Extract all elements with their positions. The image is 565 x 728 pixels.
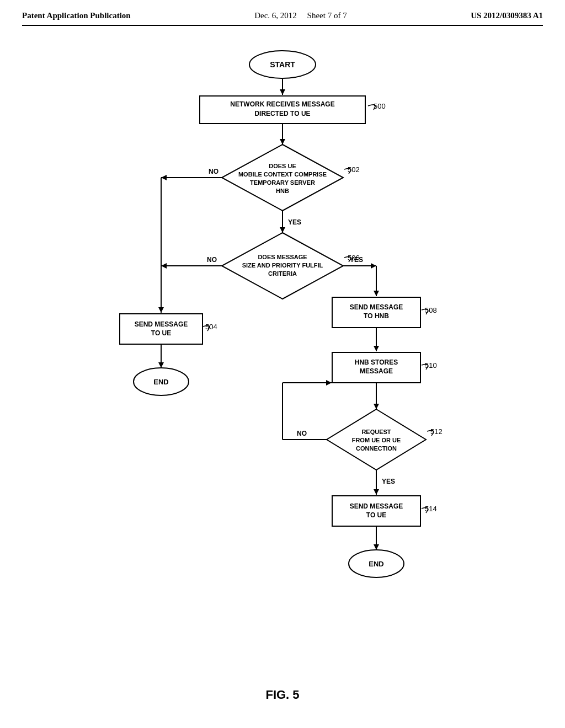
end2-label: END <box>369 560 383 568</box>
n506-line1: DOES MESSAGE <box>258 254 307 260</box>
n506-line2: SIZE AND PRIORITY FULFIL <box>242 262 323 269</box>
n506-line3: CRITERIA <box>268 270 297 277</box>
page: Patent Application Publication Dec. 6, 2… <box>0 0 565 728</box>
svg-marker-37 <box>374 489 379 495</box>
n512-yes-label: YES <box>382 478 395 485</box>
n508-line2: TO HNB <box>364 312 389 320</box>
n504-line2: TO UE <box>151 329 171 337</box>
start-label: START <box>270 60 295 69</box>
svg-marker-19 <box>158 362 164 368</box>
svg-marker-27 <box>374 346 379 351</box>
n504-label: 504 <box>205 323 217 331</box>
diagram-container: START NETWORK RECEIVES MESSAGE DIRECTED … <box>22 42 543 702</box>
n506-yes-label: YES <box>350 256 363 264</box>
n510-line1: HNB STORES <box>355 358 398 366</box>
n512-line1: REQUEST <box>361 429 391 435</box>
svg-marker-35 <box>326 380 332 386</box>
svg-marker-5 <box>280 139 285 144</box>
svg-marker-2 <box>280 89 285 95</box>
header-date: Dec. 6, 2012 <box>254 11 297 20</box>
n504-line1: SEND MESSAGE <box>135 320 188 328</box>
n512-line3: CONNECTION <box>356 445 397 452</box>
svg-marker-24 <box>374 291 379 296</box>
svg-marker-6 <box>222 144 343 211</box>
n502-line1: DOES UE <box>269 163 296 169</box>
n502-yes-label: YES <box>288 218 301 226</box>
flowchart-svg: START NETWORK RECEIVES MESSAGE DIRECTED … <box>67 42 498 677</box>
svg-marker-16 <box>158 307 164 313</box>
n502-no-label: NO <box>209 168 218 175</box>
n512-line2: FROM UE OR UE <box>352 437 401 443</box>
header: Patent Application Publication Dec. 6, 2… <box>22 11 543 26</box>
svg-marker-8 <box>161 175 167 180</box>
header-publication: Patent Application Publication <box>22 11 131 20</box>
n514-line2: TO UE <box>366 511 386 519</box>
n508-line1: SEND MESSAGE <box>350 303 403 311</box>
svg-marker-10 <box>280 227 285 233</box>
n502-line3: TEMPORARY SERVER <box>250 179 315 186</box>
header-patent-number: US 2012/0309383 A1 <box>471 11 543 20</box>
n502-line4: HNB <box>276 188 289 194</box>
header-sheet: Sheet 7 of 7 <box>307 11 347 20</box>
svg-marker-13 <box>161 263 167 269</box>
n502-line2: MOBILE CONTEXT COMPRISE <box>238 171 327 178</box>
n506-no-label: NO <box>207 256 217 264</box>
n514-line1: SEND MESSAGE <box>350 502 403 510</box>
figure-label: FIG. 5 <box>265 688 299 702</box>
header-date-sheet: Dec. 6, 2012 Sheet 7 of 7 <box>254 11 347 20</box>
end1-label: END <box>153 378 168 386</box>
svg-marker-30 <box>374 404 379 409</box>
n512-no-label: NO <box>297 430 307 437</box>
svg-marker-40 <box>374 544 379 550</box>
svg-marker-22 <box>371 263 376 269</box>
n510-line2: MESSAGE <box>360 367 393 375</box>
n500-line1: NETWORK RECEIVES MESSAGE <box>230 100 334 108</box>
n500-line2: DIRECTED TO UE <box>254 110 310 117</box>
